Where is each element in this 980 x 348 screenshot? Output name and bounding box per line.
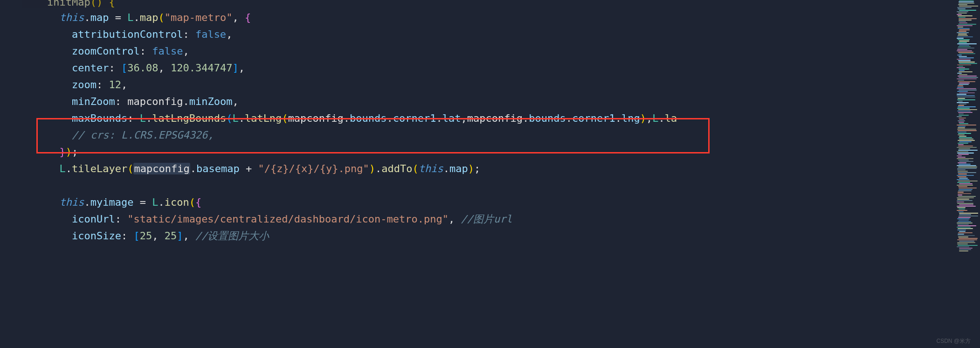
minimap-line: [959, 113, 964, 114]
token-paren: (: [282, 112, 288, 124]
token-prop: attributionControl: [72, 28, 183, 40]
token-bool: false: [195, 28, 226, 40]
minimap-line: [959, 118, 966, 118]
token-L: L: [140, 112, 146, 124]
token-comment: //图片url: [461, 213, 512, 225]
token-paren2: {: [195, 196, 201, 208]
minimap-line: [958, 232, 973, 233]
code-line[interactable]: // crs: L.CRS.EPSG4326,: [22, 127, 980, 144]
code-line[interactable]: L.tileLayer(mapconfig.basemap + "/{z}/{x…: [22, 160, 980, 177]
minimap-line: [959, 115, 969, 116]
minimap-line: [957, 73, 962, 74]
minimap-line: [959, 18, 977, 19]
code-line[interactable]: minZoom: mapconfig.minZoom,: [22, 93, 980, 110]
token-punct: .: [239, 112, 245, 124]
minimap-line: [957, 197, 974, 198]
token-punct: ,: [232, 12, 245, 23]
code-line[interactable]: iconUrl: "static/images/centralized/dash…: [22, 211, 980, 228]
token-paren: {: [109, 0, 115, 8]
token-paren: ): [66, 146, 72, 158]
minimap-line: [958, 211, 964, 212]
minimap-line: [957, 151, 968, 152]
token-punct: :: [121, 230, 134, 242]
minimap-line: [957, 132, 966, 132]
minimap-line: [958, 193, 971, 194]
minimap-line: [957, 64, 971, 65]
token-paren: (: [158, 12, 164, 23]
minimap-line: [957, 182, 970, 183]
minimap-line: [959, 104, 966, 104]
minimap-line: [957, 203, 973, 204]
code-line[interactable]: center: [36.08, 120.344747],: [22, 60, 980, 77]
minimap-line: [958, 171, 968, 172]
minimap-line: [959, 241, 974, 242]
minimap-line: [958, 76, 977, 77]
minimap-line: [957, 14, 962, 15]
minimap-line: [958, 48, 974, 49]
token-punct: .: [344, 112, 350, 124]
code-line[interactable]: this.map = L.map("map-metro", {: [22, 9, 980, 26]
minimap-line: [958, 35, 968, 36]
token-punct: :: [127, 112, 140, 124]
code-area[interactable]: initMap() { this.map = L.map("map-metro"…: [0, 0, 980, 348]
minimap-line: [959, 42, 967, 43]
code-line[interactable]: maxBounds: L.latLngBounds(L.latLng(mapco…: [22, 110, 980, 127]
code-line[interactable]: initMap() {: [22, 0, 980, 9]
token-meth: addTo: [381, 163, 412, 174]
minimap-line: [959, 69, 969, 70]
minimap-line: [959, 29, 970, 30]
code-line[interactable]: [22, 177, 980, 194]
minimap[interactable]: [957, 0, 978, 348]
token-paren3: [: [121, 62, 127, 74]
minimap-line: [958, 106, 976, 107]
token-punct: .: [658, 112, 664, 124]
minimap-line: [957, 165, 976, 166]
code-line[interactable]: });: [22, 144, 980, 160]
minimap-line: [957, 239, 977, 240]
minimap-line: [958, 52, 973, 53]
minimap-line: [957, 32, 969, 33]
minimap-line: [957, 108, 970, 109]
minimap-line: [957, 116, 962, 117]
token-punct: :: [140, 45, 152, 57]
minimap-line: [959, 53, 975, 54]
token-prop: zoomControl: [72, 45, 140, 57]
minimap-line: [959, 31, 966, 32]
token-punct: ,: [152, 230, 165, 242]
token-punct: ,: [121, 79, 127, 90]
code-line[interactable]: this.myimage = L.icon({: [22, 194, 980, 211]
code-editor[interactable]: initMap() { this.map = L.map("map-metro"…: [0, 0, 980, 348]
minimap-line: [957, 158, 973, 159]
minimap-line: [959, 3, 974, 4]
token-L: L: [127, 12, 133, 23]
code-line[interactable]: zoomControl: false,: [22, 43, 980, 60]
token-this: this: [59, 12, 84, 23]
minimap-line: [958, 120, 965, 121]
minimap-line: [959, 84, 969, 85]
minimap-line: [959, 123, 968, 124]
minimap-line: [958, 140, 975, 141]
token-punct: .: [387, 112, 393, 124]
minimap-line: [958, 105, 964, 106]
minimap-line: [959, 83, 970, 84]
token-meth: latLngBounds: [152, 112, 226, 124]
minimap-line: [958, 234, 964, 235]
code-line[interactable]: iconSize: [25, 25], //设置图片大小: [22, 228, 980, 244]
minimap-line: [957, 129, 976, 130]
token-L: L: [152, 196, 158, 208]
token-punct: .: [375, 163, 381, 174]
token-prop: zoom: [72, 79, 97, 90]
code-line[interactable]: zoom: 12,: [22, 77, 980, 93]
code-line[interactable]: attributionControl: false,: [22, 26, 980, 43]
minimap-line: [959, 70, 965, 71]
minimap-line: [957, 153, 974, 153]
minimap-line: [957, 102, 969, 103]
minimap-line: [958, 167, 977, 167]
token-paren: (: [90, 0, 97, 8]
watermark: CSDN @米方: [936, 337, 971, 345]
minimap-line: [958, 174, 967, 174]
token-punct: +: [240, 163, 258, 174]
minimap-line: [959, 122, 964, 123]
minimap-line: [959, 141, 972, 142]
minimap-line: [959, 66, 963, 67]
